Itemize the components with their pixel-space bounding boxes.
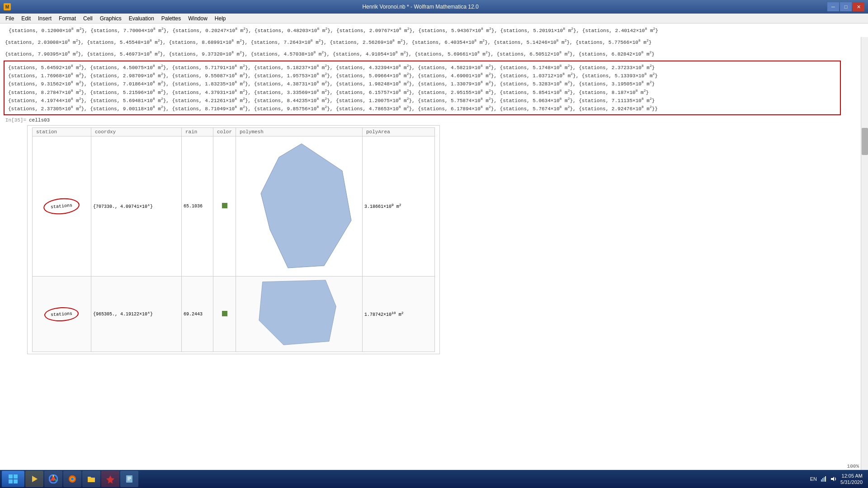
- svg-marker-1: [259, 280, 336, 345]
- table-header-row: station coordxy rain color polymesh poly…: [33, 128, 435, 136]
- polyarea-cell-1: 3.18661×109 m2: [363, 136, 435, 277]
- folder-icon: [87, 474, 96, 483]
- menu-palettes[interactable]: Palettes: [158, 14, 184, 23]
- window-controls[interactable]: ─ □ ✕: [827, 2, 864, 11]
- taskbar-right-area: EN 12:05 AM 5/31/2020: [810, 473, 866, 486]
- station-cell-1: stations: [33, 136, 91, 277]
- color-cell-1: [213, 136, 236, 277]
- coordxy-cell-2: {965305., 4.19122×10⁶}: [91, 277, 182, 352]
- line-number-label: In[35]=: [4, 117, 26, 123]
- col-header-color: color: [213, 128, 236, 136]
- table-row: stations {707330., 4.09741×10⁶} 65.1036: [33, 136, 435, 277]
- vertical-scrollbar[interactable]: [861, 37, 868, 470]
- data-table-container: station coordxy rain color polymesh poly…: [27, 125, 440, 354]
- svg-rect-22: [824, 477, 825, 482]
- menu-window[interactable]: Window: [184, 14, 211, 23]
- notebook-content: {stations, 0.12000×108 m2}, {stations, 7…: [0, 23, 868, 470]
- svg-rect-5: [14, 479, 18, 483]
- app-icon: M: [4, 3, 11, 10]
- code-output-line3: {stations, 7.90395×108 m2}, {stations, 5…: [0, 48, 868, 60]
- station-oval-2: stations: [44, 306, 80, 322]
- menu-graphics[interactable]: Graphics: [96, 14, 125, 23]
- station-label-1: stations: [51, 203, 73, 210]
- zoom-value: 100%: [847, 464, 859, 469]
- color-swatch-1: [222, 203, 227, 208]
- close-button[interactable]: ✕: [853, 2, 864, 11]
- volume-icon: [830, 476, 837, 482]
- highlight-line2: {stations, 1.76968×108 m2}, {stations, 2…: [8, 71, 836, 80]
- maximize-button[interactable]: □: [840, 2, 852, 11]
- svg-rect-4: [9, 479, 13, 483]
- polygon-svg-2: [243, 278, 356, 348]
- menu-file[interactable]: File: [2, 14, 18, 23]
- coordxy-value-1: {707330., 4.09741×10⁶}: [93, 204, 153, 209]
- notebook-icon: [125, 474, 134, 483]
- menu-evaluation[interactable]: Evaluation: [125, 14, 158, 23]
- output-label-row: In[35]= cells03: [0, 116, 868, 124]
- polymesh-cell-2: [236, 277, 363, 352]
- windows-logo-icon: [8, 474, 19, 484]
- station-label-2: stations: [51, 311, 73, 317]
- coordxy-cell-1: {707330., 4.09741×10⁶}: [91, 136, 182, 277]
- taskbar-btn-mathematica[interactable]: [101, 471, 119, 487]
- cells-table: station coordxy rain color polymesh poly…: [32, 127, 435, 352]
- station-oval-1: stations: [43, 197, 80, 216]
- minimize-button[interactable]: ─: [827, 2, 839, 11]
- col-header-station: station: [33, 128, 91, 136]
- taskbar-btn-media[interactable]: [25, 471, 43, 487]
- svg-rect-3: [14, 474, 18, 479]
- mathematica-icon: [106, 474, 115, 483]
- svg-point-14: [71, 478, 74, 480]
- svg-line-10: [55, 479, 57, 481]
- start-button[interactable]: [2, 471, 24, 487]
- svg-rect-2: [9, 474, 13, 479]
- time-display: 12:05 AM: [840, 473, 863, 479]
- highlight-line4: {stations, 8.27847×108 m2}, {stations, 5…: [8, 88, 836, 96]
- taskbar-btn-notebook[interactable]: [120, 471, 138, 487]
- station-cell-2: stations: [33, 277, 91, 352]
- menu-format[interactable]: Format: [55, 14, 80, 23]
- table-row: stations {965305., 4.19122×10⁶} 69.2443: [33, 277, 435, 352]
- svg-marker-6: [32, 476, 38, 482]
- zoom-indicator: 100%: [847, 464, 859, 469]
- highlight-line5: {stations, 4.19744×108 m2}, {stations, 5…: [8, 96, 836, 104]
- rain-value-1: 65.1036: [184, 204, 203, 209]
- svg-rect-21: [822, 478, 823, 482]
- svg-marker-15: [106, 475, 114, 483]
- scrollbar-thumb[interactable]: [862, 128, 868, 155]
- svg-rect-23: [825, 476, 826, 482]
- rain-value-2: 69.2443: [184, 312, 203, 317]
- menu-cell[interactable]: Cell: [80, 14, 96, 23]
- menu-insert[interactable]: Insert: [34, 14, 55, 23]
- svg-rect-16: [126, 475, 132, 483]
- taskbar-btn-firefox[interactable]: [63, 471, 81, 487]
- col-header-rain: rain: [182, 128, 213, 136]
- svg-marker-24: [831, 477, 834, 481]
- menu-edit[interactable]: Edit: [18, 14, 34, 23]
- rain-cell-1: 65.1036: [182, 136, 213, 277]
- taskbar-btn-explorer[interactable]: [82, 471, 100, 487]
- menu-bar: File Edit Insert Format Cell Graphics Ev…: [0, 14, 868, 23]
- clock: 12:05 AM 5/31/2020: [840, 473, 863, 486]
- col-header-polymesh: polymesh: [236, 128, 363, 136]
- code-output-line1: {stations, 0.12000×108 m2}, {stations, 7…: [0, 23, 868, 36]
- network-icon: [821, 476, 827, 482]
- polymesh-cell-1: [236, 136, 363, 277]
- polyarea-cell-2: 1.78742×1010 m2: [363, 277, 435, 352]
- highlight-line6: {stations, 2.37305×108 m2}, {stations, 9…: [8, 104, 836, 113]
- col-header-coordxy: coordxy: [91, 128, 182, 136]
- highlight-line3: {stations, 9.31562×108 m2}, {stations, 7…: [8, 80, 836, 88]
- highlight-line1: {stations, 5.64592×108 m2}, {stations, 4…: [8, 63, 836, 71]
- color-cell-2: [213, 277, 236, 352]
- media-player-icon: [30, 474, 39, 483]
- taskbar: EN 12:05 AM 5/31/2020: [0, 470, 868, 488]
- rain-cell-2: 69.2443: [182, 277, 213, 352]
- color-swatch-2: [222, 311, 227, 316]
- date-display: 5/31/2020: [840, 479, 863, 485]
- polygon-svg-1: [243, 139, 356, 272]
- title-bar: M Henrik Voronoi.nb * - Wolfram Mathemat…: [0, 0, 868, 14]
- taskbar-btn-chrome[interactable]: [44, 471, 62, 487]
- highlighted-output-box: {stations, 5.64592×108 m2}, {stations, 4…: [4, 61, 841, 115]
- menu-help[interactable]: Help: [211, 14, 230, 23]
- svg-marker-0: [261, 144, 351, 268]
